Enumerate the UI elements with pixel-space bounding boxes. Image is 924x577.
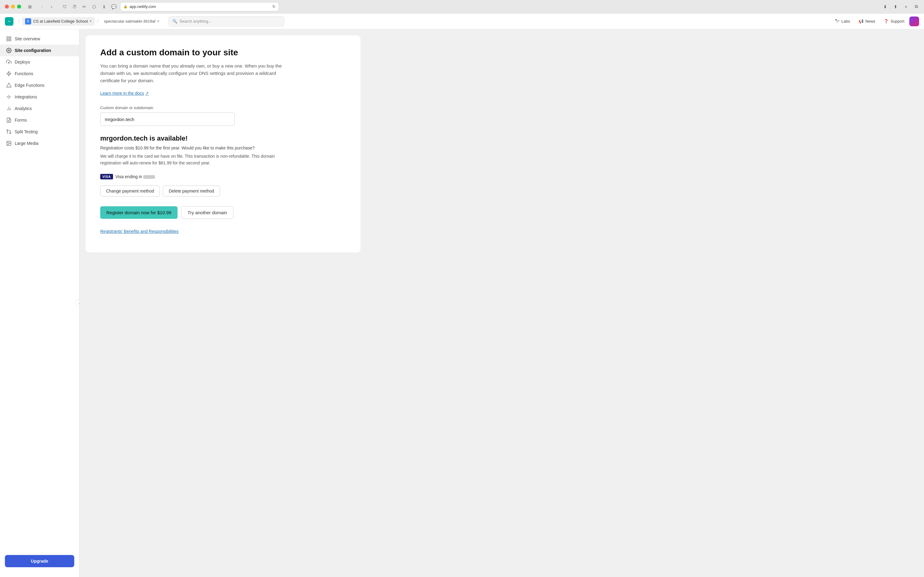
grid-icon — [6, 36, 11, 42]
org-chevron-icon: ▾ — [90, 19, 92, 23]
breadcrumb-sep-1: / — [18, 19, 19, 24]
search-bar[interactable]: 🔍 Search anything... — [168, 16, 285, 27]
netlify-logo[interactable]: ~ — [5, 17, 13, 26]
org-selector[interactable]: C CS at Lakefield College School ▾ — [22, 17, 94, 26]
sidebar-label-split-testing: Split Testing — [14, 129, 38, 134]
ext-cube-icon[interactable]: ⬡ — [91, 4, 97, 10]
sidebar-item-site-configuration[interactable]: Site configuration — [0, 45, 79, 56]
ext-info-icon[interactable]: ℹ — [101, 4, 107, 10]
upgrade-button[interactable]: Upgrade — [5, 555, 74, 567]
registrants-link[interactable]: Registrants' Benefits and Responsibiliti… — [100, 229, 179, 234]
org-avatar: C — [25, 18, 31, 24]
sidebar-item-large-media[interactable]: Large Media — [0, 137, 79, 149]
svg-marker-7 — [7, 83, 11, 87]
page-title: Add a custom domain to your site — [100, 48, 346, 58]
sidebar: Site overview Site configuration Deploys… — [0, 29, 79, 577]
ext-chat-icon[interactable]: 💬 — [111, 4, 116, 10]
svg-marker-6 — [7, 71, 11, 76]
bar-chart-icon — [6, 106, 11, 111]
tabs-icon[interactable]: ⧉ — [914, 4, 919, 10]
available-title: mrgordon.tech is available! — [100, 134, 346, 142]
svg-point-9 — [10, 97, 10, 97]
sidebar-item-integrations[interactable]: Integrations — [0, 91, 79, 103]
ext-shield-icon[interactable]: 🛡 — [62, 4, 68, 10]
sidebar-nav: Site overview Site configuration Deploys… — [0, 33, 79, 550]
ext-clock-icon[interactable]: ⏱ — [72, 4, 77, 10]
sidebar-item-site-overview[interactable]: Site overview — [0, 33, 79, 45]
sidebar-label-deploys: Deploys — [14, 60, 30, 64]
domain-input[interactable] — [100, 113, 235, 126]
payment-buttons: Change payment method Delete payment met… — [100, 185, 346, 197]
sidebar-label-functions: Functions — [14, 71, 33, 76]
svg-point-19 — [8, 142, 8, 143]
forward-button[interactable]: › — [47, 2, 56, 11]
sidebar-item-forms[interactable]: Forms — [0, 114, 79, 126]
sidebar-item-deploys[interactable]: Deploys — [0, 56, 79, 68]
svg-rect-3 — [10, 39, 11, 41]
domain-input-label: Custom domain or subdomain — [100, 105, 346, 110]
settings-icon — [6, 48, 11, 53]
extension-icons: 🛡 ⏱ ✂ ⬡ ℹ 💬 — [62, 4, 116, 10]
main-layout: Site overview Site configuration Deploys… — [0, 29, 924, 577]
register-domain-button[interactable]: Register domain now for $10.99 — [100, 206, 177, 219]
page-subtitle: You can bring a domain name that you alr… — [100, 62, 296, 84]
visa-masked-number — [143, 175, 155, 179]
sidebar-item-functions[interactable]: Functions — [0, 68, 79, 79]
sidebar-toggle-icon[interactable]: ⊞ — [27, 4, 33, 10]
news-button[interactable]: 📢 News — [855, 17, 879, 25]
new-tab-icon[interactable]: + — [903, 4, 909, 10]
content-card: Add a custom domain to your site You can… — [85, 35, 361, 253]
top-navigation: ~ / C CS at Lakefield College School ▾ /… — [0, 13, 924, 29]
reload-button[interactable]: ↻ — [272, 4, 275, 9]
svg-rect-1 — [10, 37, 11, 38]
sidebar-label-site-configuration: Site configuration — [14, 48, 51, 53]
docs-link[interactable]: Learn more in the docs ↗ — [100, 91, 149, 96]
triangle-icon — [6, 82, 11, 88]
sidebar-item-edge-functions[interactable]: Edge Functions — [0, 79, 79, 91]
svg-point-16 — [7, 130, 8, 131]
visa-badge: VISA — [100, 174, 113, 179]
support-button[interactable]: ❓ Support — [880, 17, 908, 25]
site-chevron-icon: ▾ — [157, 19, 159, 23]
sidebar-label-integrations: Integrations — [14, 94, 37, 99]
available-detail: We will charge it to the card we have on… — [100, 153, 296, 166]
share-icon[interactable]: ⬆ — [893, 4, 898, 10]
image-icon — [6, 140, 11, 146]
change-payment-button[interactable]: Change payment method — [100, 185, 160, 197]
svg-point-4 — [8, 50, 10, 52]
breadcrumb-sep-2: / — [97, 19, 98, 24]
site-name: spectacular-salmiakki-3619af — [104, 19, 155, 24]
content-area: Add a custom domain to your site You can… — [79, 29, 924, 577]
try-another-domain-button[interactable]: Try another domain — [181, 206, 234, 219]
lock-icon: 🔒 — [124, 5, 128, 8]
search-placeholder: Search anything... — [180, 19, 212, 24]
user-avatar[interactable] — [910, 16, 919, 26]
site-selector[interactable]: spectacular-salmiakki-3619af ▾ — [101, 18, 162, 25]
svg-rect-2 — [7, 39, 8, 41]
labs-icon: 🔭 — [835, 19, 840, 24]
sidebar-label-site-overview: Site overview — [14, 36, 40, 41]
sidebar-label-edge-functions: Edge Functions — [14, 83, 44, 88]
split-icon — [6, 129, 11, 134]
back-button[interactable]: ‹ — [38, 2, 46, 11]
sidebar-item-analytics[interactable]: Analytics — [0, 103, 79, 114]
close-button[interactable] — [5, 5, 9, 8]
sidebar-bottom: Upgrade — [0, 550, 79, 573]
forms-icon — [6, 118, 11, 123]
toolbar-icons: ⊞ ‹ › — [27, 2, 56, 11]
ext-scissors-icon[interactable]: ✂ — [82, 4, 87, 10]
action-buttons: Register domain now for $10.99 Try anoth… — [100, 206, 346, 219]
address-bar[interactable]: 🔒 app.netlify.com ↻ — [120, 2, 279, 11]
svg-point-8 — [8, 97, 8, 97]
delete-payment-button[interactable]: Delete payment method — [163, 185, 220, 197]
labs-button[interactable]: 🔭 Labs — [831, 17, 854, 25]
external-link-icon: ↗ — [145, 91, 149, 96]
docs-link-text: Learn more in the docs — [100, 91, 144, 96]
upload-icon — [6, 59, 11, 65]
minimize-button[interactable] — [11, 5, 15, 8]
sidebar-item-split-testing[interactable]: Split Testing — [0, 126, 79, 137]
available-section: mrgordon.tech is available! Registration… — [100, 134, 346, 234]
maximize-button[interactable] — [17, 5, 21, 8]
sidebar-label-forms: Forms — [14, 118, 27, 122]
download-icon[interactable]: ⬇ — [882, 4, 888, 10]
